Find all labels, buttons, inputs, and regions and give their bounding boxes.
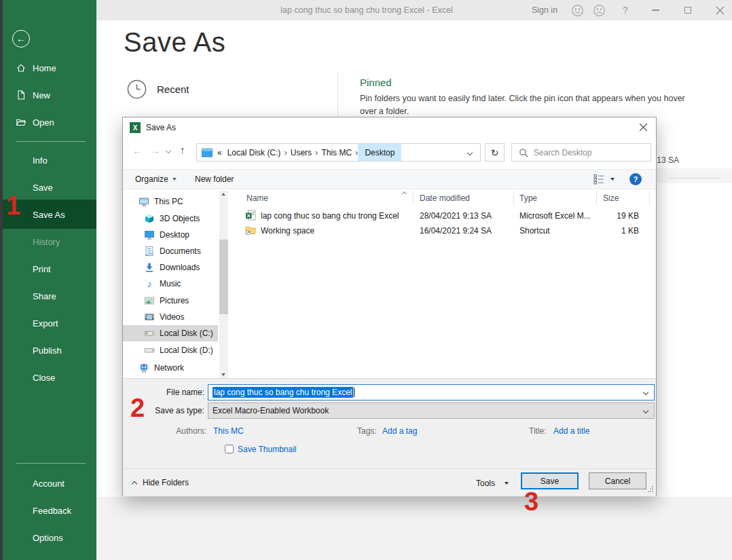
titlebar: lap cong thuc so bang chu trong Excel - … bbox=[3, 0, 732, 20]
text-cursor bbox=[354, 388, 354, 397]
collapsed-crumbs[interactable]: « bbox=[215, 144, 224, 161]
sidebar-item-export[interactable]: Export bbox=[3, 316, 96, 330]
view-options-button[interactable] bbox=[593, 170, 615, 189]
tree-item-3d-objects[interactable]: 3D Objects bbox=[144, 210, 200, 227]
breadcrumb-local-disk-c[interactable]: Local Disk (C:) bbox=[224, 144, 285, 161]
column-divider[interactable] bbox=[513, 191, 514, 206]
help-glyph: ? bbox=[634, 175, 638, 183]
address-bar[interactable]: « Local Disk (C:) › Users › This MC › De… bbox=[196, 143, 481, 162]
search-placeholder: Search Desktop bbox=[534, 148, 591, 157]
sidebar-item-new[interactable]: New bbox=[3, 88, 96, 102]
column-divider[interactable] bbox=[413, 191, 414, 206]
tree-item-music[interactable]: ♪ Music bbox=[144, 276, 181, 292]
3d-objects-icon bbox=[144, 213, 155, 224]
scroll-down-arrow[interactable] bbox=[221, 373, 225, 376]
breadcrumb-desktop-current[interactable]: Desktop bbox=[358, 144, 401, 161]
new-document-icon bbox=[16, 90, 26, 100]
open-folder-icon bbox=[16, 117, 26, 128]
tree-item-pictures[interactable]: Pictures bbox=[144, 293, 189, 309]
disk-d-icon bbox=[144, 345, 155, 356]
tree-item-videos[interactable]: Videos bbox=[144, 309, 184, 325]
home-icon bbox=[16, 62, 26, 73]
clock-icon bbox=[126, 79, 147, 100]
search-input[interactable]: Search Desktop bbox=[511, 143, 651, 162]
file-name-input[interactable]: lap cong thuc so bang chu trong Excel bbox=[208, 384, 655, 400]
tree-item-desktop[interactable]: Desktop bbox=[144, 227, 189, 243]
downloads-icon bbox=[144, 262, 155, 273]
authors-value-link[interactable]: This MC bbox=[213, 426, 244, 436]
column-header-type[interactable]: Type bbox=[519, 193, 537, 203]
pictures-icon bbox=[144, 295, 155, 306]
recent-tab[interactable]: Recent bbox=[126, 79, 189, 100]
back-button[interactable]: ← bbox=[12, 30, 30, 48]
organize-button[interactable]: Organize bbox=[135, 170, 177, 189]
sidebar-item-print[interactable]: Print bbox=[3, 262, 96, 276]
tree-item-documents[interactable]: Documents bbox=[144, 243, 201, 259]
sign-in-button[interactable]: Sign in bbox=[529, 0, 560, 20]
refresh-button[interactable]: ↻ bbox=[485, 143, 505, 162]
column-header-size[interactable]: Size bbox=[603, 193, 619, 203]
music-icon: ♪ bbox=[144, 278, 155, 289]
close-button[interactable] bbox=[709, 0, 731, 20]
frown-feedback-icon[interactable] bbox=[589, 0, 608, 20]
add-tag-link[interactable]: Add a tag bbox=[382, 426, 417, 436]
sidebar-item-feedback[interactable]: Feedback bbox=[3, 504, 96, 517]
tree-item-local-disk-c[interactable]: Local Disk (C:) bbox=[144, 325, 213, 341]
tools-button[interactable]: Tools bbox=[476, 479, 509, 488]
dialog-title: Save As bbox=[146, 123, 176, 132]
scroll-up-arrow[interactable] bbox=[221, 193, 225, 195]
dialog-footer: File name: lap cong thuc so bang chu tro… bbox=[123, 378, 656, 496]
sidebar-divider-bottom bbox=[16, 463, 86, 464]
sidebar-item-account[interactable]: Account bbox=[3, 477, 96, 490]
sidebar-item-home[interactable]: Home bbox=[3, 61, 96, 75]
sidebar-item-history: History bbox=[3, 235, 96, 248]
recent-label: Recent bbox=[157, 83, 189, 95]
scrollbar-thumb[interactable] bbox=[219, 240, 228, 314]
breadcrumb-this-mc[interactable]: This MC bbox=[318, 144, 355, 161]
nav-back-button[interactable]: ← bbox=[132, 145, 143, 156]
tree-item-local-disk-d[interactable]: Local Disk (D:) bbox=[144, 342, 213, 358]
sidebar-item-options[interactable]: Options bbox=[3, 531, 96, 544]
breadcrumb-users[interactable]: Users bbox=[287, 144, 315, 161]
sidebar-item-close[interactable]: Close bbox=[3, 371, 96, 384]
file-row-excel[interactable]: lap cong thuc so bang chu trong Excel 28… bbox=[242, 208, 650, 223]
pinned-heading: Pinned bbox=[360, 77, 392, 88]
column-divider[interactable] bbox=[596, 191, 597, 206]
minimize-icon bbox=[652, 10, 659, 11]
resize-grip[interactable] bbox=[647, 485, 654, 494]
column-header-date[interactable]: Date modified bbox=[420, 193, 470, 203]
nav-forward-button[interactable]: → bbox=[150, 145, 160, 156]
sidebar-item-info[interactable]: Info bbox=[3, 153, 96, 167]
excel-file-icon bbox=[245, 210, 256, 223]
authors-label: Authors: bbox=[143, 426, 206, 436]
sidebar-divider bbox=[16, 141, 86, 142]
hide-folders-button[interactable]: Hide Folders bbox=[132, 478, 189, 487]
dialog-close-button[interactable] bbox=[630, 117, 656, 136]
save-thumbnail-checkbox[interactable] bbox=[225, 445, 234, 453]
address-dropdown-chevron[interactable] bbox=[467, 149, 473, 155]
add-title-link[interactable]: Add a title bbox=[553, 426, 589, 436]
excel-app-icon: X bbox=[130, 122, 141, 133]
dialog-help-button[interactable]: ? bbox=[629, 173, 642, 185]
maximize-button[interactable] bbox=[678, 0, 698, 20]
file-row-shortcut[interactable]: Working space 16/04/2021 9:24 SA Shortcu… bbox=[242, 223, 650, 238]
new-folder-button[interactable]: New folder bbox=[195, 170, 234, 189]
tree-item-this-pc[interactable]: This PC bbox=[139, 193, 183, 210]
dialog-toolbar: Organize New folder ? bbox=[123, 169, 656, 189]
tree-item-downloads[interactable]: Downloads bbox=[144, 259, 200, 276]
tree-item-network[interactable]: Network bbox=[139, 360, 184, 376]
cancel-button[interactable]: Cancel bbox=[589, 472, 646, 489]
sidebar-item-open[interactable]: Open bbox=[3, 115, 96, 129]
column-divider[interactable] bbox=[649, 191, 650, 206]
smile-feedback-icon[interactable] bbox=[568, 0, 587, 20]
tree-scrollbar[interactable] bbox=[219, 191, 228, 378]
minimize-button[interactable] bbox=[645, 0, 665, 20]
nav-up-button[interactable]: ↑ bbox=[180, 144, 185, 155]
column-header-name[interactable]: Name bbox=[246, 193, 268, 203]
nav-history-chevron[interactable] bbox=[166, 148, 171, 153]
help-icon[interactable]: ? bbox=[617, 0, 634, 20]
folder-shortcut-icon bbox=[245, 225, 256, 238]
sidebar-item-share[interactable]: Share bbox=[3, 289, 96, 303]
sidebar-item-publish[interactable]: Publish bbox=[3, 343, 96, 357]
save-as-type-select[interactable]: Excel Macro-Enabled Workbook bbox=[208, 403, 655, 419]
